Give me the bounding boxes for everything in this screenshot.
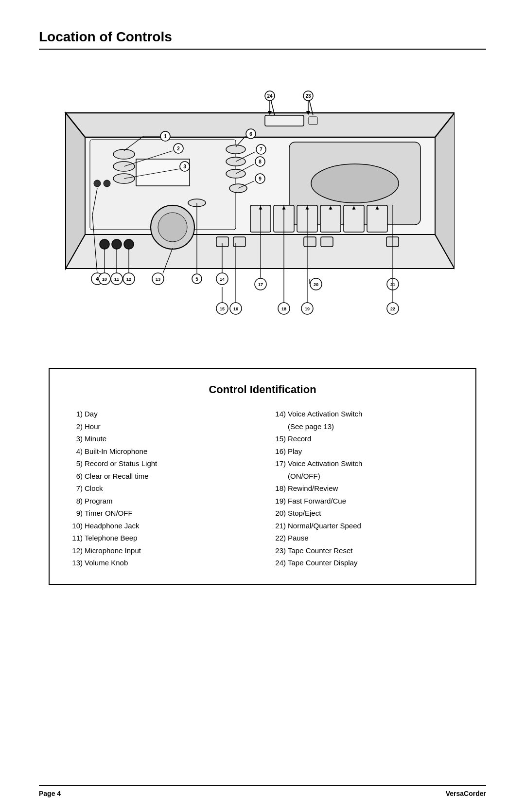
svg-text:11: 11: [114, 277, 119, 282]
control-columns: 1)Day2)Hour3)Minute4)Built-In Microphone…: [69, 408, 456, 569]
svg-text:20: 20: [314, 282, 318, 287]
device-diagram: 24 23: [56, 64, 469, 348]
item-number: [272, 470, 286, 483]
item-number: 18): [272, 482, 286, 495]
svg-point-9: [226, 145, 245, 154]
svg-rect-21: [304, 237, 316, 247]
svg-text:22: 22: [390, 307, 395, 311]
item-label: Normal/Quarter Speed: [288, 520, 456, 532]
item-number: 22): [272, 532, 286, 544]
svg-point-1: [311, 164, 399, 203]
svg-text:24: 24: [267, 93, 273, 99]
item-number: 17): [272, 457, 286, 470]
svg-text:16: 16: [233, 307, 238, 311]
item-number: 13): [69, 557, 83, 569]
list-item: 8)Program: [69, 495, 253, 507]
footer-brand: VersaCorder: [446, 790, 486, 797]
svg-text:3: 3: [183, 164, 186, 169]
item-number: 11): [69, 532, 83, 544]
item-label: Record: [288, 433, 456, 445]
item-number: 14): [272, 408, 286, 420]
item-label: Voice Activation Switch: [288, 457, 456, 470]
item-label: Tape Counter Reset: [288, 544, 456, 557]
svg-text:19: 19: [305, 307, 310, 311]
svg-text:18: 18: [281, 307, 286, 311]
svg-text:15: 15: [220, 307, 225, 311]
item-number: 15): [272, 433, 286, 445]
list-item: 20)Stop/Eject: [272, 507, 456, 520]
svg-rect-22: [321, 237, 333, 247]
item-label: Tape Counter Display: [288, 557, 456, 569]
list-item: 15)Record: [272, 433, 456, 445]
svg-text:7: 7: [260, 147, 262, 152]
list-item: 1)Day: [69, 408, 253, 420]
list-item: 23)Tape Counter Reset: [272, 544, 456, 557]
item-label: (See page 13): [288, 420, 456, 433]
item-number: 24): [272, 557, 286, 569]
item-label: Voice Activation Switch: [288, 408, 456, 420]
list-item: 10)Headphone Jack: [69, 520, 253, 532]
item-label: Telephone Beep: [85, 532, 253, 544]
item-label: Rewind/Review: [288, 482, 456, 495]
list-item: 4)Built-In Microphone: [69, 445, 253, 458]
item-label: Headphone Jack: [85, 520, 253, 532]
page-title: Location of Controls: [39, 29, 486, 50]
item-label: Built-In Microphone: [85, 445, 253, 458]
item-number: 20): [272, 507, 286, 520]
item-number: [272, 420, 286, 433]
footer-page-label: Page 4: [39, 790, 61, 797]
control-id-title: Control Identification: [69, 383, 456, 396]
svg-text:23: 23: [305, 93, 311, 99]
item-label: Day: [85, 408, 253, 420]
svg-text:2: 2: [177, 146, 180, 151]
list-item: 19)Fast Forward/Cue: [272, 495, 456, 507]
svg-text:10: 10: [102, 277, 107, 282]
list-item: 6)Clear or Recall time: [69, 470, 253, 483]
diagram-area: 24 23: [39, 64, 486, 348]
item-number: 5): [69, 457, 83, 470]
svg-text:5: 5: [195, 276, 198, 282]
list-item: (ON/OFF): [272, 470, 456, 483]
item-number: 3): [69, 433, 83, 445]
list-item: 2)Hour: [69, 420, 253, 433]
item-label: Stop/Eject: [288, 507, 456, 520]
left-column: 1)Day2)Hour3)Minute4)Built-In Microphone…: [69, 408, 253, 569]
item-label: Clear or Recall time: [85, 470, 253, 483]
svg-point-15: [158, 213, 187, 242]
list-item: 24)Tape Counter Display: [272, 557, 456, 569]
item-label: Hour: [85, 420, 253, 433]
list-item: 17)Voice Activation Switch: [272, 457, 456, 470]
svg-point-7: [94, 180, 101, 187]
svg-text:17: 17: [258, 282, 263, 287]
svg-rect-31: [309, 117, 317, 125]
item-number: 16): [272, 445, 286, 458]
svg-text:12: 12: [126, 277, 131, 282]
item-label: Pause: [288, 532, 456, 544]
list-item: 3)Minute: [69, 433, 253, 445]
svg-text:8: 8: [259, 159, 262, 164]
list-item: 12)Microphone Input: [69, 544, 253, 557]
item-number: 2): [69, 420, 83, 433]
item-label: Microphone Input: [85, 544, 253, 557]
right-column: 14)Voice Activation Switch(See page 13)1…: [272, 408, 456, 569]
item-number: 7): [69, 482, 83, 495]
list-item: (See page 13): [272, 420, 456, 433]
control-id-box: Control Identification 1)Day2)Hour3)Minu…: [49, 368, 476, 585]
list-item: 16)Play: [272, 445, 456, 458]
svg-rect-30: [265, 115, 304, 126]
list-item: 14)Voice Activation Switch: [272, 408, 456, 420]
item-label: Record or Status Light: [85, 457, 253, 470]
item-label: Minute: [85, 433, 253, 445]
svg-text:9: 9: [259, 176, 262, 181]
item-number: 12): [69, 544, 83, 557]
svg-text:6: 6: [249, 131, 252, 137]
svg-point-18: [124, 239, 134, 249]
svg-point-16: [100, 239, 109, 249]
item-number: 21): [272, 520, 286, 532]
list-item: 5)Record or Status Light: [69, 457, 253, 470]
list-item: 11)Telephone Beep: [69, 532, 253, 544]
item-label: Timer ON/OFF: [85, 507, 253, 520]
item-number: 9): [69, 507, 83, 520]
svg-text:1: 1: [164, 134, 167, 139]
item-label: Volume Knob: [85, 557, 253, 569]
